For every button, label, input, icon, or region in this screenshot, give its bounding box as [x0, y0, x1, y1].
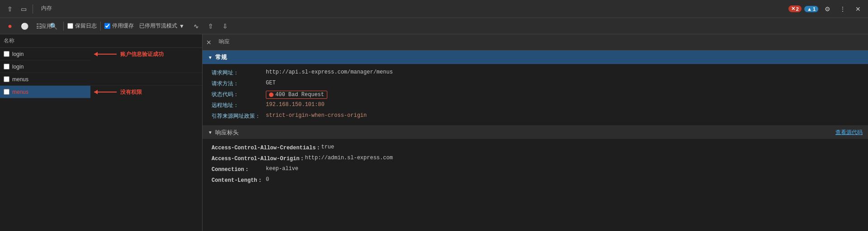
left-header: 名称	[0, 34, 202, 48]
item-checkbox-1[interactable]	[4, 51, 9, 57]
request-url-value: http://api.sl-express.com/manager/menus	[266, 69, 393, 75]
more-icon[interactable]: ⋮	[836, 3, 849, 15]
response-headers-body: Access-Control-Allow-Credentials： true A…	[203, 139, 868, 189]
network-item-menus-2[interactable]: menus	[0, 86, 90, 98]
content-length-row: Content-Length： 0	[203, 175, 868, 186]
network-item-row-1: login 账户信息验证成功	[0, 48, 202, 60]
top-toolbar: ⇧ ▭ 元素控制台源代码网络性能内存应用安全LighthouseRecorder…	[0, 0, 868, 18]
connection-row: Connection： keep-alive	[203, 164, 868, 175]
annotation-2: 没有权限	[90, 88, 146, 96]
remote-address-value: 192.168.150.101:80	[266, 102, 325, 108]
arrow-1	[94, 54, 117, 55]
close-details-button[interactable]: ✕	[204, 38, 213, 47]
detail-tab-响应[interactable]: 响应	[213, 34, 241, 51]
chevron-down-icon: ▼	[208, 55, 212, 60]
chevron-down-icon-2: ▼	[208, 130, 212, 135]
close-devtools-icon[interactable]: ✕	[852, 3, 864, 15]
second-toolbar: ● ⚪ ☷ 🔍 保留日志 停用缓存 已停用节流模式 ▼ ∿ ⇧ ⇩	[0, 18, 868, 34]
request-method-value: GET	[266, 80, 276, 86]
export-icon[interactable]: ⇩	[219, 20, 231, 32]
item-checkbox-3[interactable]	[4, 76, 9, 82]
content-length-value: 0	[266, 176, 269, 183]
arrowhead-2	[94, 90, 98, 94]
message-badge: ▲ 1	[804, 6, 818, 12]
throttle-dropdown[interactable]: 已停用节流模式 ▼	[136, 21, 188, 32]
tabs-row: ✕ 标头预览响应启动器时间	[203, 34, 868, 51]
settings-icon[interactable]: ⚙	[821, 3, 834, 15]
network-list: login 账户信息验证成功 login m	[0, 48, 202, 231]
access-control-origin-row: Access-Control-Allow-Origin： http://admi…	[203, 153, 868, 164]
request-method-row: 请求方法： GET	[203, 79, 868, 89]
status-code-row: 状态代码： 400 Bad Request	[203, 89, 868, 100]
stop-icon[interactable]: ⚪	[18, 20, 31, 32]
error-badge: ✕ 2	[788, 5, 802, 12]
error-count: 2	[796, 6, 799, 12]
wifi-icon[interactable]: ∿	[190, 20, 203, 32]
network-item-menus-1[interactable]: menus	[0, 73, 202, 86]
device-icon[interactable]: ▭	[17, 3, 30, 15]
annotation-text-1: 账户信息验证成功	[120, 51, 164, 58]
response-headers-label: 响应标头	[215, 129, 239, 137]
error-icon: ✕	[791, 6, 795, 12]
disable-cache-checkbox[interactable]: 停用缓存	[104, 22, 134, 30]
response-headers-section-header[interactable]: ▼ 响应标头 查看源代码	[203, 125, 868, 139]
general-section-label: 常规	[215, 53, 227, 61]
arrowhead-1	[94, 52, 98, 56]
item-checkbox-2[interactable]	[4, 64, 9, 69]
view-source-link[interactable]: 查看源代码	[835, 129, 863, 136]
name-column-header: 名称	[4, 37, 14, 45]
network-item-login-2[interactable]: login	[0, 60, 202, 73]
access-control-credentials-row: Access-Control-Allow-Credentials： true	[203, 143, 868, 153]
main-layout: 名称 login 账户信息验证成功	[0, 34, 868, 231]
toolbar-right: ✕ 2 ▲ 1 ⚙ ⋮ ✕	[788, 3, 864, 15]
network-item-row-4: menus 没有权限	[0, 86, 202, 98]
preserve-log-checkbox[interactable]: 保留日志	[67, 22, 97, 30]
status-dot-icon	[269, 92, 274, 97]
divider-1	[33, 5, 33, 14]
divider-2	[63, 22, 64, 31]
referrer-policy-row: 引荐来源网址政策： strict-origin-when-cross-origi…	[203, 111, 868, 122]
left-panel: 名称 login 账户信息验证成功	[0, 34, 203, 231]
access-control-credentials-value: true	[321, 144, 334, 150]
general-section-body: 请求网址： http://api.sl-express.com/manager/…	[203, 64, 868, 125]
referrer-policy-value: strict-origin-when-cross-origin	[266, 112, 367, 119]
request-url-row: 请求网址： http://api.sl-express.com/manager/…	[203, 68, 868, 79]
general-section-header[interactable]: ▼ 常规	[203, 51, 868, 64]
right-panel: ✕ 标头预览响应启动器时间 ▼ 常规 请求网址： http://api.sl-e…	[203, 34, 868, 231]
status-code-box: 400 Bad Request	[266, 91, 327, 99]
top-tab-内存[interactable]: 内存	[36, 0, 104, 18]
search-icon[interactable]: 🔍	[47, 20, 60, 32]
message-icon: ▲	[807, 6, 812, 12]
network-item-login-1[interactable]: login	[0, 48, 90, 60]
import-icon[interactable]: ⇧	[204, 20, 217, 32]
annotation-text-2: 没有权限	[120, 88, 142, 96]
message-count: 1	[813, 6, 816, 12]
arrow-2	[94, 92, 117, 92]
divider-3	[100, 22, 101, 31]
detail-content: ▼ 常规 请求网址： http://api.sl-express.com/man…	[203, 51, 868, 231]
filter-icon[interactable]: ☷	[33, 20, 45, 32]
record-icon[interactable]: ●	[4, 20, 16, 32]
annotation-1: 账户信息验证成功	[90, 51, 167, 58]
cursor-icon[interactable]: ⇧	[4, 3, 16, 15]
remote-address-row: 远程地址： 192.168.150.101:80	[203, 100, 868, 111]
connection-value: keep-alive	[266, 166, 298, 172]
access-control-origin-value: http://admin.sl-express.com	[305, 155, 392, 161]
status-code-value: 400 Bad Request	[275, 92, 324, 98]
item-checkbox-4[interactable]	[4, 89, 9, 95]
